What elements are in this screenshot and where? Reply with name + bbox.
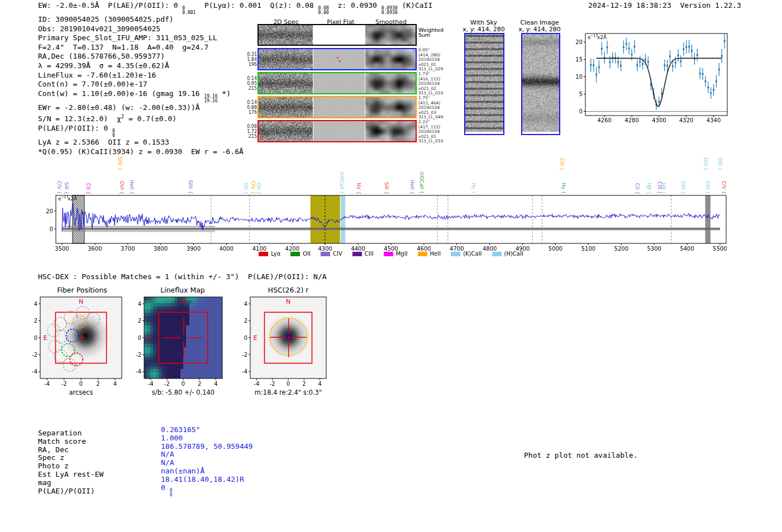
line-marker-h: Hγ { [560, 183, 566, 194]
legend-label: CIII [365, 251, 374, 257]
phot-z-note: Phot z plot not available. [524, 451, 638, 459]
spec2d-row [258, 96, 417, 118]
legend-label: (H)CaII [504, 251, 523, 257]
legend-label: (K)CaII [463, 251, 481, 257]
line-marker-hcaii: (H)CaII { [418, 172, 425, 194]
legend-swatch [290, 252, 300, 256]
hsc-dex-header: HSC-DEX : Possible Matches = 1 (within +… [38, 272, 327, 281]
info-line: Primary Spec_Slot_IFU_AMP: 311_053_025_L… [38, 33, 244, 43]
info-line: LyA z = 2.5366 OII z = 0.1533 [38, 138, 244, 147]
match-row-value: 18.41(18.40,18.42)R [161, 475, 244, 483]
spec2d-row-left-values: 0.140.88176 [238, 97, 257, 117]
match-row-label: Spec z [38, 453, 64, 462]
line-marker-heii: HeII { [409, 180, 415, 194]
match-row-value: 186.578789, 50.959449 [161, 442, 252, 450]
line-marker-hcaii: (H)CaII { [338, 172, 345, 194]
info-line: LineFlux = -7.60(±1.20)e-16 [38, 71, 244, 80]
report-timestamp: 2024-12-19 18:38:23 [588, 1, 671, 9]
spec2d-row-annotation: 1.75" (412, 464) 20190104 v021_03 311_LL… [418, 96, 444, 120]
info-line: Cont(n) = 7.70(±0.00)e-17 [38, 80, 244, 89]
legend-label: Lyα [271, 251, 280, 257]
legend-swatch [492, 252, 502, 256]
info-line: F=2.4" T=0.137 N=1.18 A=0.40 g=24.7 [38, 43, 244, 52]
match-row-value: 0.263165" [161, 425, 200, 434]
match-row-label: P(LAE)/P(OII) [38, 487, 95, 495]
line-marker-ciii: CIII { [559, 158, 565, 171]
full-spectrum-chart [34, 193, 748, 251]
header-summary: EW: -2.0±-0.5Å P(LAE)/P(OII): 0 00.001 P… [38, 1, 432, 15]
clean-image-title: Clean Imagex, y: 414, 280 [518, 20, 560, 33]
match-row-label: mag [38, 478, 51, 487]
legend-item: OII [290, 251, 311, 257]
with-sky-cutout [464, 33, 504, 135]
legend-swatch [321, 252, 330, 256]
spec2d-cell [313, 97, 365, 117]
spec2d-cell [365, 49, 416, 69]
lineflux-map-panel [128, 293, 236, 400]
legend-label: OII [303, 251, 311, 257]
legend-label: HeII [430, 251, 441, 257]
line-marker-ovi: OVI { [118, 181, 125, 194]
legend-item: (H)CaII [492, 251, 523, 257]
clean-image-cutout [521, 33, 560, 135]
line-marker-h: Hγ { [470, 183, 476, 194]
spec2d-cell [365, 73, 416, 93]
line-marker-civ: CIV { [56, 181, 62, 194]
elixer-report-page: EW: -2.0±-0.5Å P(LAE)/P(OII): 0 00.001 P… [0, 0, 782, 532]
line-marker-siiv: SiIV { [187, 180, 193, 194]
clean-image [522, 34, 559, 132]
spec2d-cell [365, 25, 416, 45]
spec2d-row-annotation: 2.22" (417, 112) 20190104 v021_01 311_LL… [418, 120, 444, 144]
line-marker-cii: CII { [85, 183, 91, 194]
spec2d-row [258, 48, 417, 70]
match-row-label: Separation [38, 429, 82, 437]
legend-item: HeII [418, 251, 441, 257]
spec2d-cell [259, 97, 313, 117]
line-marker-siii: SiII { [383, 182, 389, 194]
line-marker-civ: CIV { [721, 181, 727, 194]
match-row-label: Photo z [38, 462, 69, 470]
match-row-value: 1.000 [161, 434, 183, 442]
line-marker-h: Hβ { [660, 183, 666, 194]
legend-label: CIV [333, 251, 342, 257]
legend-item: (K)CaII [451, 251, 481, 257]
info-line: Obs: 20190104v021_3090054025 [38, 25, 244, 34]
legend-swatch [418, 252, 427, 256]
spec2d-cell [259, 121, 313, 141]
match-row-label: RA, Dec [38, 445, 69, 454]
header-timestamp-version: 2024-12-19 18:38:23 Version 1.22.3 [588, 1, 741, 9]
spec2d-row-left-values: 0.081.72215 [238, 121, 257, 141]
hsc-r-panel [235, 293, 342, 400]
match-row-label: Est LyA rest-EW [38, 470, 103, 478]
spec2d-row-annotation: 1.73" (416, 112) 20190104 v021_02 311_LL… [418, 72, 444, 96]
line-marker-oiii: OIII { [702, 157, 708, 171]
legend-swatch [352, 252, 362, 256]
match-row-value: N/A [161, 458, 174, 467]
fiber-positions-panel [25, 293, 132, 400]
legend-swatch [451, 252, 460, 256]
legend-swatch [259, 252, 268, 256]
spec2d-cell [313, 25, 365, 45]
info-line: *Q(0.95) (K)CaII(3934) z = 0.0930 EW r =… [38, 147, 244, 157]
spectrum-legend: LyαOIICIVCIIIMgIIHeII(K)CaII(H)CaII [56, 251, 726, 257]
line-marker-h: Hβ { [646, 183, 652, 194]
info-line: ID: 3090054025 (3090054025.pdf) [38, 15, 244, 25]
spec2d-cell [259, 25, 313, 45]
info-line: Cont(w) = 1.10(±0.00)e-16 (gmag 19.16 19… [38, 89, 244, 103]
line-marker-oii: OII { [242, 183, 249, 194]
info-line: P(LAE)/P(OII): 0 00 [38, 124, 244, 138]
spec2d-row [258, 24, 417, 46]
info-line: S/N = 12.3(±2.0) χ2 = 0.7(±0.0) [38, 112, 244, 124]
line-marker-siiv: SiIV { [117, 156, 123, 171]
match-row-value: nan(±nan)Å [161, 467, 204, 475]
line-marker-nv: NV { [355, 183, 361, 194]
match-row-label: Match score [38, 437, 86, 445]
line-fit-inset-chart [564, 28, 732, 123]
spec2d-row [258, 120, 417, 142]
line-marker-siii: SiII { [63, 182, 69, 194]
spec2d-row-left-values: 0.140.95215 [238, 73, 257, 93]
line-marker-oiii: OIII { [717, 157, 723, 171]
weighted-sum-label: Weighted Sum [418, 28, 444, 37]
info-line: λ = 4299.39Å σ = 4.35(±0.62)Å [38, 61, 244, 71]
legend-label: MgII [396, 251, 408, 257]
